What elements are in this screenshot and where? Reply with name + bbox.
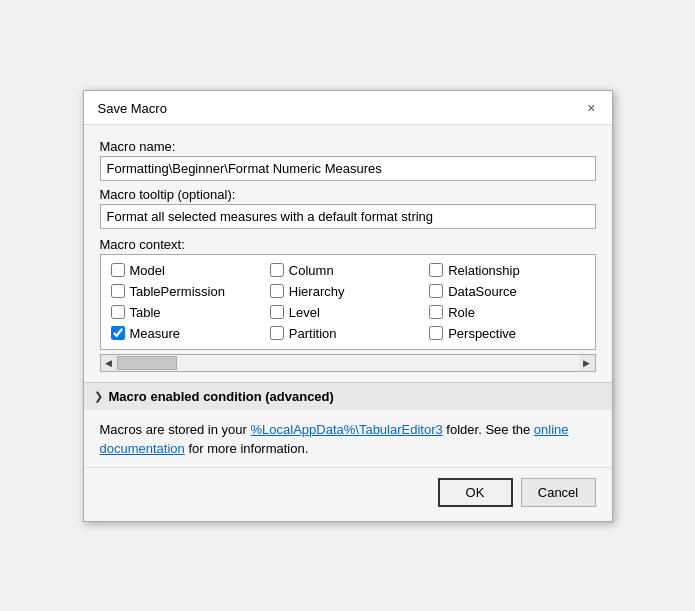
dialog-footer: OK Cancel <box>84 467 612 521</box>
checkbox-item-cb_perspective: Perspective <box>429 326 584 341</box>
checkbox-label-cb_level[interactable]: Level <box>289 305 320 320</box>
close-button[interactable]: × <box>585 101 597 115</box>
checkbox-item-cb_datasource: DataSource <box>429 284 584 299</box>
context-box: ModelColumnRelationshipTablePermissionHi… <box>100 254 596 350</box>
macro-name-label: Macro name: <box>100 139 596 154</box>
cancel-button[interactable]: Cancel <box>521 478 596 507</box>
macro-tooltip-section: Macro tooltip (optional): <box>100 187 596 229</box>
checkbox-label-cb_hierarchy[interactable]: Hierarchy <box>289 284 345 299</box>
checkbox-item-cb_partition: Partition <box>270 326 425 341</box>
scrollbar: ◀ ▶ <box>100 354 596 372</box>
info-section: Macros are stored in your %LocalAppData%… <box>84 410 612 467</box>
macro-name-section: Macro name: <box>100 139 596 181</box>
checkbox-label-cb_partition[interactable]: Partition <box>289 326 337 341</box>
scroll-thumb <box>117 356 177 370</box>
checkbox-item-cb_tableperm: TablePermission <box>111 284 266 299</box>
context-grid: ModelColumnRelationshipTablePermissionHi… <box>111 263 585 341</box>
scroll-track <box>117 355 579 371</box>
checkbox-cb_relationship[interactable] <box>429 263 443 277</box>
checkbox-label-cb_measure[interactable]: Measure <box>130 326 181 341</box>
dialog-body: Macro name: Macro tooltip (optional): Ma… <box>84 125 612 382</box>
checkbox-label-cb_tableperm[interactable]: TablePermission <box>130 284 225 299</box>
checkbox-cb_perspective[interactable] <box>429 326 443 340</box>
checkbox-item-cb_role: Role <box>429 305 584 320</box>
ok-button[interactable]: OK <box>438 478 513 507</box>
macro-name-input[interactable] <box>100 156 596 181</box>
checkbox-label-cb_model[interactable]: Model <box>130 263 165 278</box>
advanced-section[interactable]: ❯ Macro enabled condition (advanced) <box>84 382 612 410</box>
checkbox-label-cb_datasource[interactable]: DataSource <box>448 284 517 299</box>
checkbox-cb_model[interactable] <box>111 263 125 277</box>
local-appdata-link[interactable]: %LocalAppData%\TabularEditor3 <box>251 422 443 437</box>
chevron-down-icon: ❯ <box>94 390 103 403</box>
checkbox-item-cb_model: Model <box>111 263 266 278</box>
macro-tooltip-label: Macro tooltip (optional): <box>100 187 596 202</box>
checkbox-item-cb_table: Table <box>111 305 266 320</box>
scroll-left-button[interactable]: ◀ <box>101 354 117 372</box>
checkbox-item-cb_hierarchy: Hierarchy <box>270 284 425 299</box>
info-text-before: Macros are stored in your <box>100 422 251 437</box>
checkbox-item-cb_column: Column <box>270 263 425 278</box>
checkbox-cb_hierarchy[interactable] <box>270 284 284 298</box>
checkbox-cb_role[interactable] <box>429 305 443 319</box>
advanced-label: Macro enabled condition (advanced) <box>109 389 334 404</box>
checkbox-label-cb_perspective[interactable]: Perspective <box>448 326 516 341</box>
checkbox-cb_partition[interactable] <box>270 326 284 340</box>
checkbox-cb_column[interactable] <box>270 263 284 277</box>
save-macro-dialog: Save Macro × Macro name: Macro tooltip (… <box>83 90 613 522</box>
dialog-title: Save Macro <box>98 101 167 116</box>
checkbox-label-cb_relationship[interactable]: Relationship <box>448 263 520 278</box>
checkbox-item-cb_measure: Measure <box>111 326 266 341</box>
info-text-between: folder. See the <box>443 422 534 437</box>
title-bar: Save Macro × <box>84 91 612 125</box>
checkbox-label-cb_column[interactable]: Column <box>289 263 334 278</box>
checkbox-label-cb_table[interactable]: Table <box>130 305 161 320</box>
macro-context-label: Macro context: <box>100 237 596 252</box>
checkbox-cb_datasource[interactable] <box>429 284 443 298</box>
macro-tooltip-input[interactable] <box>100 204 596 229</box>
checkbox-cb_table[interactable] <box>111 305 125 319</box>
checkbox-cb_measure[interactable] <box>111 326 125 340</box>
checkbox-cb_level[interactable] <box>270 305 284 319</box>
scroll-right-button[interactable]: ▶ <box>579 354 595 372</box>
info-text-after: for more information. <box>185 441 309 456</box>
checkbox-item-cb_relationship: Relationship <box>429 263 584 278</box>
checkbox-cb_tableperm[interactable] <box>111 284 125 298</box>
checkbox-item-cb_level: Level <box>270 305 425 320</box>
macro-context-section: Macro context: ModelColumnRelationshipTa… <box>100 237 596 372</box>
checkbox-label-cb_role[interactable]: Role <box>448 305 475 320</box>
